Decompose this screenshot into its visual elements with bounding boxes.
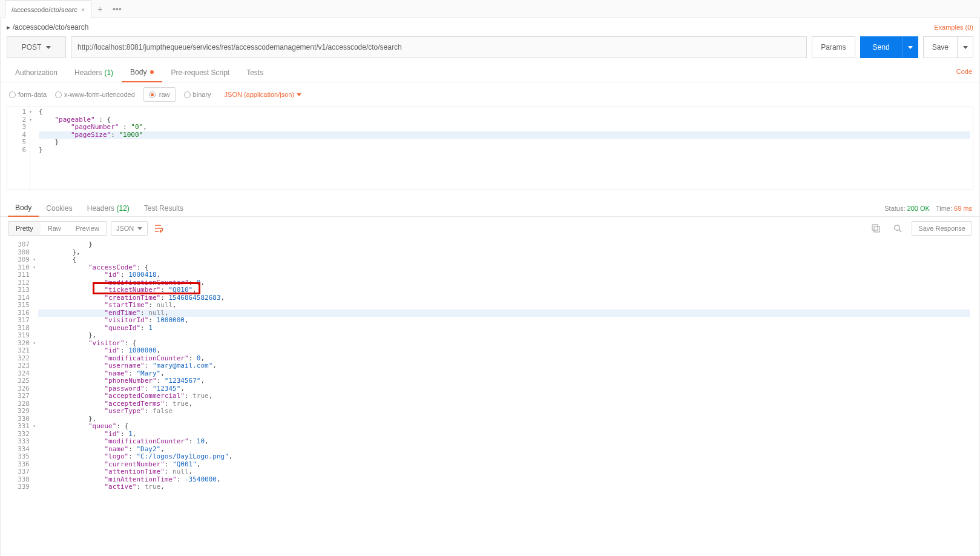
svg-line-3 <box>899 230 902 233</box>
copy-icon[interactable] <box>868 220 884 236</box>
content-type-label: JSON (application/json) <box>225 91 295 98</box>
resp-tab-tests[interactable]: Test Results <box>137 200 191 216</box>
time-label: Time: <box>936 205 952 212</box>
svg-rect-0 <box>872 225 878 230</box>
http-method-select[interactable]: POST <box>7 36 66 58</box>
request-row: POST Params Send Save <box>1 36 979 63</box>
tab-headers[interactable]: Headers (1) <box>66 63 122 82</box>
tab-tests[interactable]: Tests <box>238 63 272 82</box>
time-value: 69 ms <box>954 205 972 212</box>
tab-body-label: Body <box>130 68 146 76</box>
request-tab[interactable]: /accesscode/cto/searc × <box>5 0 91 18</box>
chevron-down-icon <box>963 46 968 49</box>
view-pretty[interactable]: Pretty <box>8 222 41 235</box>
tab-prerequest[interactable]: Pre-request Script <box>162 63 238 82</box>
editor-gutter: 123456 <box>7 107 30 190</box>
params-button[interactable]: Params <box>812 36 855 58</box>
chevron-down-icon <box>46 46 51 49</box>
view-mode-segment: Pretty Raw Preview <box>8 221 107 236</box>
examples-link[interactable]: Examples (0) <box>934 24 973 31</box>
save-caret-button[interactable] <box>958 36 973 58</box>
radio-form-data[interactable]: form-data <box>9 91 47 98</box>
response-toolbar: Pretty Raw Preview JSON Save Response <box>1 217 979 240</box>
editor-gutter: 3073083093103113123133143153163173183193… <box>8 240 36 556</box>
response-body-editor[interactable]: 3073083093103113123133143153163173183193… <box>8 240 972 556</box>
view-preview[interactable]: Preview <box>68 222 107 235</box>
tab-body[interactable]: Body <box>122 63 162 82</box>
resp-tab-headers[interactable]: Headers (12) <box>80 200 137 216</box>
http-method-label: POST <box>22 43 42 51</box>
response-format-label: JSON <box>116 225 134 232</box>
save-response-button[interactable]: Save Response <box>912 221 972 236</box>
resp-tab-headers-label: Headers <box>87 204 114 213</box>
close-icon[interactable]: × <box>81 6 85 13</box>
radio-binary[interactable]: binary <box>184 91 211 98</box>
code-link[interactable]: Code <box>956 68 972 75</box>
breadcrumb-caret[interactable]: ▸ <box>7 23 10 31</box>
status-value: 200 OK <box>907 205 930 212</box>
chevron-down-icon <box>297 93 301 96</box>
request-panel: ▸ /accesscode/cto/search Examples (0) PO… <box>0 18 980 556</box>
tab-headers-count: (1) <box>104 68 113 77</box>
response-format-select[interactable]: JSON <box>111 221 148 236</box>
more-tabs-button[interactable]: ••• <box>108 0 125 18</box>
editor-code[interactable]: } }, { "accessCode": { "id": 1000418, "m… <box>36 240 972 556</box>
radio-raw[interactable]: raw <box>143 87 176 102</box>
url-input[interactable] <box>71 36 807 58</box>
send-caret-button[interactable] <box>903 36 918 58</box>
tab-bar: /accesscode/cto/searc × + ••• <box>0 0 980 18</box>
tab-headers-label: Headers <box>74 68 102 77</box>
send-button[interactable]: Send <box>860 36 903 58</box>
svg-point-2 <box>895 225 900 231</box>
content-type-select[interactable]: JSON (application/json) <box>225 91 302 98</box>
tab-authorization[interactable]: Authorization <box>7 63 66 82</box>
status-label: Status: <box>884 205 905 212</box>
body-format-row: form-data x-www-form-urlencoded raw bina… <box>1 82 979 107</box>
svg-rect-1 <box>874 227 880 232</box>
request-subtabs: Authorization Headers (1) Body Pre-reque… <box>1 63 979 82</box>
resp-tab-body[interactable]: Body <box>8 200 39 217</box>
view-raw[interactable]: Raw <box>41 222 68 235</box>
unsaved-dot-icon <box>150 70 154 74</box>
search-icon[interactable] <box>890 220 906 236</box>
resp-tab-headers-count: (12) <box>116 204 129 213</box>
chevron-down-icon <box>137 227 142 230</box>
new-tab-button[interactable]: + <box>91 0 108 18</box>
resp-tab-cookies[interactable]: Cookies <box>39 200 79 216</box>
chevron-down-icon <box>908 46 913 49</box>
radio-urlencoded[interactable]: x-www-form-urlencoded <box>55 91 135 98</box>
editor-code[interactable]: { "pageable" : { "pageNumber" : "0", "pa… <box>30 107 973 190</box>
breadcrumb: /accesscode/cto/search <box>13 23 88 31</box>
save-button[interactable]: Save <box>923 36 958 58</box>
breadcrumb-row: ▸ /accesscode/cto/search Examples (0) <box>1 18 979 36</box>
wrap-lines-icon[interactable] <box>151 220 167 236</box>
request-body-editor[interactable]: 123456 { "pageable" : { "pageNumber" : "… <box>7 107 973 190</box>
response-subtabs: Body Cookies Headers (12) Test Results S… <box>1 196 979 217</box>
request-tab-title: /accesscode/cto/searc <box>12 6 77 13</box>
